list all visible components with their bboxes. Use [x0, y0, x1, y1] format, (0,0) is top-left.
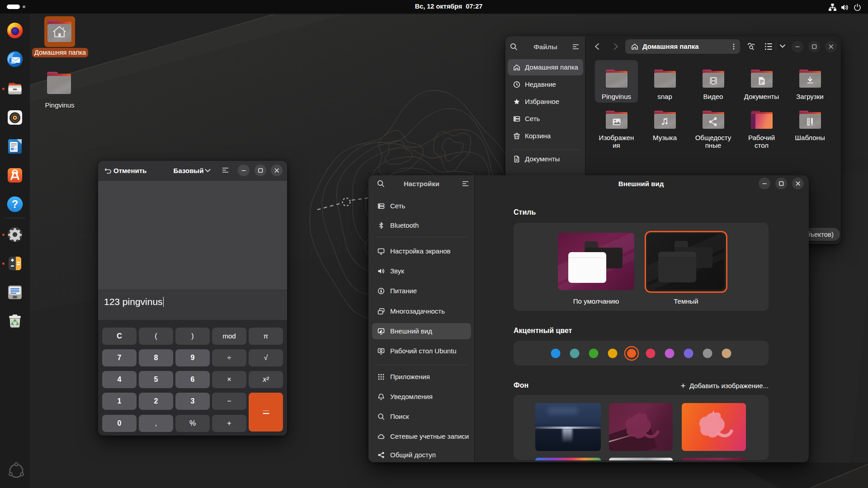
svg-text:?: ?: [12, 198, 18, 210]
